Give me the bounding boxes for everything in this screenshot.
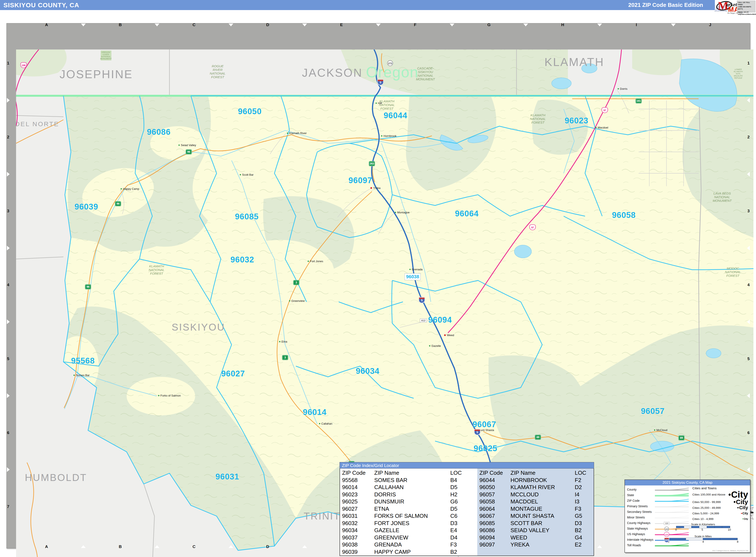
grid-row-label: 7 — [7, 504, 9, 509]
legend-city-row: Cities 100,000 and AboveCity — [692, 490, 748, 499]
city-name: Fort Jones — [310, 260, 323, 263]
zip-name-cell: GREENVIEW — [374, 534, 450, 541]
grid-col-label: B — [119, 545, 122, 549]
grid-notch — [747, 98, 750, 102]
zip-name-cell: SCOTT BAR — [511, 520, 575, 527]
zip-table-header-row: ZIP CodeZIP NameLOC — [342, 469, 477, 477]
grid-row-label: 6 — [7, 430, 9, 435]
zip-code-cell: 96027 — [342, 506, 374, 512]
legend-city-dot-icon — [741, 513, 742, 514]
city-dot-icon — [618, 88, 619, 89]
zip-code-cell: 96037 — [342, 534, 374, 541]
zip-loc-cell: F3 — [450, 541, 470, 548]
city-dot-icon — [654, 429, 655, 431]
city-name: Etna — [282, 340, 287, 343]
legend-line-label: County Highways — [627, 521, 655, 525]
zip-name-cell: KLAMATH RIVER — [511, 484, 575, 491]
legend-shield-icon: 123 — [664, 527, 669, 531]
route-shield-icon: 89 — [535, 435, 541, 440]
city-dot-icon — [370, 187, 372, 189]
city-name: Montague — [397, 211, 410, 214]
city-marker: Grenada — [409, 268, 423, 271]
zip-table-col-header: ZIP Code — [342, 470, 374, 476]
legend-scale-segment — [684, 526, 692, 528]
city-dot-icon — [381, 135, 382, 137]
zip-code-cell: 95568 — [342, 477, 374, 483]
zip-table-row: 96094WEEDG4 — [479, 534, 593, 541]
legend-shield-icon: 123 — [664, 522, 669, 525]
legend-scale-segment — [699, 526, 707, 528]
zip-table-row: 96032FORT JONESD3 — [342, 520, 477, 527]
grid-notch — [7, 98, 10, 102]
legend-city-sample-text: City — [731, 490, 748, 499]
route-shield-icon: 5 — [377, 79, 384, 86]
city-marker: Fort Jones — [308, 260, 323, 263]
zip-code-cell: 96014 — [342, 484, 374, 491]
grid-notch — [229, 545, 233, 548]
zip-table-col-header: LOC — [450, 470, 470, 476]
grid-notch — [302, 545, 307, 548]
zip-name-cell: HORNBROOK — [511, 477, 575, 483]
edition-label: 2021 ZIP Code Basic Edition — [628, 0, 703, 10]
contact-email-label: EMAIL US AT: — [738, 11, 755, 13]
city-marker: Macdoel — [595, 126, 608, 129]
route-shield-icon: 3 — [282, 355, 288, 360]
city-dot-icon — [319, 423, 320, 424]
legend-scale-segment — [715, 526, 722, 528]
zip-name-cell: SEIAD VALLEY — [511, 527, 575, 534]
zip-loc-cell: G6 — [450, 498, 470, 505]
legend-scale-title: Scale in Miles — [657, 535, 749, 538]
city-name: Scott Bar — [242, 173, 254, 176]
legend-shield-icon: 123 — [664, 537, 669, 543]
legend-scale-segment — [686, 538, 703, 540]
contact-call-label: CALL US TOLL FREE! — [738, 1, 755, 6]
legend-city-row: Cities 10 - 4,999City — [692, 516, 748, 522]
grid-notch — [671, 24, 676, 26]
grid-notch — [747, 393, 750, 398]
city-dot-icon — [178, 144, 180, 146]
grid-notch — [7, 467, 10, 472]
zip-loc-cell: B4 — [450, 477, 470, 483]
city-name: Gazelle — [432, 344, 441, 348]
grid-notch — [747, 246, 750, 251]
legend-line-label: County — [627, 488, 655, 491]
city-dot-icon — [595, 127, 597, 128]
city-name: Happy Camp — [123, 187, 139, 190]
zip-code-cell: 96039 — [342, 549, 374, 555]
legend-city-class-label: Cities 10 - 4,999 — [692, 517, 714, 521]
grid-col-label: H — [561, 23, 564, 27]
contact-box: CALL US TOLL FREE! 1-888-434-MAPS (6277)… — [737, 1, 755, 12]
zip-index-table: ZIP Code Index/Grid Locator ZIP CodeZIP … — [340, 462, 594, 556]
grid-notch — [229, 24, 233, 26]
zip-table-left-panel: ZIP CodeZIP NameLOC95568SOMES BARB496014… — [340, 469, 477, 556]
route-shield-icon: 96 — [115, 201, 121, 206]
zip-loc-cell: D3 — [575, 520, 592, 527]
legend-city-class-label: Cities 50,000 - 99,999 — [692, 500, 721, 504]
grid-col-label: J — [709, 23, 711, 27]
zip-loc-cell: C6 — [450, 512, 470, 519]
route-shield-icon: 3 — [293, 280, 299, 285]
grid-row-label: 5 — [7, 356, 9, 361]
grid-col-label: F — [414, 23, 416, 27]
zip-loc-cell: F3 — [575, 506, 592, 512]
zip-name-cell: MOUNT SHASTA — [511, 512, 575, 519]
zip-table-row: 96067MOUNT SHASTAG5 — [479, 512, 593, 520]
legend-scale-ticks: 0510 — [675, 528, 731, 531]
grid-row-label: 2 — [748, 135, 750, 140]
page-title: SISKIYOU COUNTY, CA — [3, 0, 79, 10]
page: SISKIYOU COUNTY, CA 2021 ZIP Code Basic … — [0, 0, 756, 557]
legend-line-label: US Highways — [627, 532, 655, 536]
route-shield-icon: 96 — [186, 149, 192, 154]
zip-name-cell: GRENADA — [374, 541, 450, 548]
legend-line-label: Minor Streets — [627, 516, 655, 519]
legend-city-class-label: Cities 25,000 - 49,999 — [692, 506, 721, 509]
city-dot-icon — [240, 174, 241, 175]
zip-code-cell: 96034 — [342, 527, 374, 534]
grid-col-label: C — [193, 23, 196, 27]
zip-name-cell: MACDOEL — [511, 498, 575, 505]
grid-notch — [747, 467, 750, 472]
legend-city-sample: City — [734, 499, 748, 505]
route-shield-icon: 199 — [20, 62, 27, 68]
grid-notch — [81, 24, 86, 26]
zip-table-row: 96038GRENADAF3 — [342, 541, 477, 549]
